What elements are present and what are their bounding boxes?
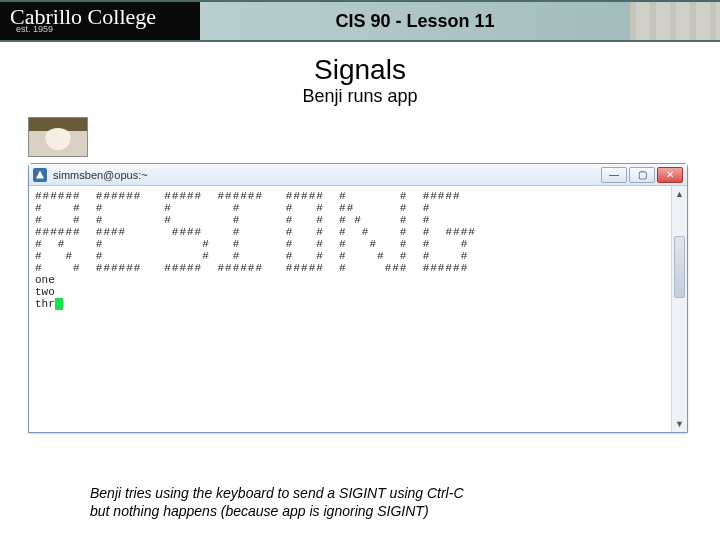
logo-est: est. 1959 <box>16 24 200 34</box>
window-title: simmsben@opus:~ <box>53 169 601 181</box>
terminal-window: simmsben@opus:~ — ▢ ✕ ###### ###### ####… <box>28 163 688 433</box>
college-logo: Cabrillo College est. 1959 <box>0 2 200 40</box>
caption-line-2: but nothing happens (because app is igno… <box>90 503 429 519</box>
header-band: Cabrillo College est. 1959 CIS 90 - Less… <box>0 0 720 42</box>
ascii-art: ###### ###### ##### ###### ##### # # ###… <box>29 186 687 274</box>
minimize-button[interactable]: — <box>601 167 627 183</box>
scroll-up-icon[interactable]: ▲ <box>672 186 687 202</box>
caption-line-1: Benji tries using the keyboard to send a… <box>90 485 464 501</box>
slide-heading: Signals <box>20 54 700 86</box>
scroll-down-icon[interactable]: ▼ <box>672 416 687 432</box>
benji-photo <box>28 117 88 157</box>
header-photo <box>630 2 720 40</box>
terminal-body[interactable]: ###### ###### ##### ###### ##### # # ###… <box>29 186 687 432</box>
slide-subheading: Benji runs app <box>20 86 700 107</box>
course-title: CIS 90 - Lesson 11 <box>200 2 630 40</box>
vertical-scrollbar[interactable]: ▲ ▼ <box>671 186 687 432</box>
slide-caption: Benji tries using the keyboard to send a… <box>90 485 630 520</box>
window-app-icon <box>33 168 47 182</box>
close-button[interactable]: ✕ <box>657 167 683 183</box>
maximize-button[interactable]: ▢ <box>629 167 655 183</box>
terminal-lines: one two thr <box>29 274 687 310</box>
term-line-1: one <box>35 274 55 286</box>
cursor-block <box>55 298 63 310</box>
term-line-3: thr <box>35 298 55 310</box>
term-line-2: two <box>35 286 55 298</box>
window-titlebar[interactable]: simmsben@opus:~ — ▢ ✕ <box>29 164 687 186</box>
